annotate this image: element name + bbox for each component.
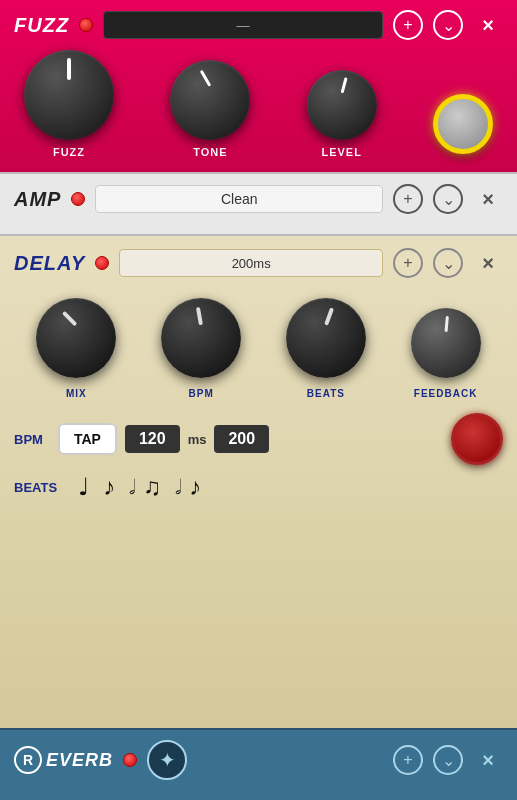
fuzz-led[interactable]: [79, 18, 93, 32]
level-knob-label: LEVEL: [321, 146, 361, 158]
delay-mix-knob[interactable]: [36, 298, 116, 378]
delay-bpm-knob[interactable]: [161, 298, 241, 378]
delay-beats-label: BEATS: [307, 388, 345, 399]
fuzz-down-button[interactable]: ⌄: [433, 10, 463, 40]
delay-feedback-label: FEEDBACK: [414, 388, 478, 399]
note-icon-2[interactable]: ♪: [103, 473, 115, 501]
fuzz-add-button[interactable]: +: [393, 10, 423, 40]
tone-knob-group: TONE: [170, 60, 250, 158]
fuzz-knob[interactable]: [24, 50, 114, 140]
ms-label: ms: [188, 432, 207, 447]
note-icon-6[interactable]: ♪: [189, 473, 201, 501]
delay-feedback-knob[interactable]: [411, 308, 481, 378]
reverb-r-letter: R: [23, 752, 33, 768]
reverb-section: R EVERB ✦ + ⌄ ×: [0, 728, 517, 800]
delay-add-button[interactable]: +: [393, 248, 423, 278]
bpm-row: BPM TAP 120 ms 200: [14, 413, 503, 465]
delay-feedback-knob-group: FEEDBACK: [411, 308, 481, 399]
delay-mix-label: MIX: [66, 388, 87, 399]
fuzz-close-button[interactable]: ×: [473, 10, 503, 40]
fuzz-preset-bar: —: [103, 11, 383, 39]
reverb-led[interactable]: [123, 753, 137, 767]
delay-beats-knob[interactable]: [286, 298, 366, 378]
amp-preset-value: Clean: [221, 191, 258, 207]
reverb-title: EVERB: [46, 750, 113, 771]
fuzz-power-button[interactable]: [433, 94, 493, 154]
reverb-close-button[interactable]: ×: [473, 745, 503, 775]
fuzz-knob-group: FUZZ: [24, 50, 114, 158]
tone-knob[interactable]: [170, 60, 250, 140]
reverb-compass-preset[interactable]: ✦: [147, 740, 187, 780]
amp-led[interactable]: [71, 192, 85, 206]
reverb-down-button[interactable]: ⌄: [433, 745, 463, 775]
delay-bpm-label: BPM: [189, 388, 214, 399]
fuzz-title: FUZZ: [14, 14, 69, 37]
amp-title: AMP: [14, 188, 61, 211]
delay-section: DELAY 200ms + ⌄ × MIX BPM BEATS FEEDBACK…: [0, 236, 517, 728]
amp-down-button[interactable]: ⌄: [433, 184, 463, 214]
bpm-value-display[interactable]: 120: [125, 425, 180, 453]
amp-section: AMP Clean + ⌄ ×: [0, 172, 517, 236]
amp-close-button[interactable]: ×: [473, 184, 503, 214]
level-knob[interactable]: [307, 70, 377, 140]
level-knob-group: LEVEL: [307, 70, 377, 158]
amp-preset-bar[interactable]: Clean: [95, 185, 383, 213]
delay-preset-value: 200ms: [232, 256, 271, 271]
reverb-r-circle: R: [14, 746, 42, 774]
note-icon-4[interactable]: ♫: [143, 473, 161, 501]
delay-led[interactable]: [95, 256, 109, 270]
delay-power-button[interactable]: [451, 413, 503, 465]
fuzz-power-wrap: [433, 94, 493, 154]
fuzz-knob-label: FUZZ: [53, 146, 85, 158]
delay-power-wrap: [451, 413, 503, 465]
delay-knobs-row: MIX BPM BEATS FEEDBACK: [14, 288, 503, 405]
delay-down-button[interactable]: ⌄: [433, 248, 463, 278]
note-icon-1[interactable]: ♩: [78, 473, 89, 501]
beats-row-label: BEATS: [14, 480, 64, 495]
delay-bpm-knob-group: BPM: [161, 298, 241, 399]
tone-knob-label: TONE: [193, 146, 227, 158]
reverb-add-button[interactable]: +: [393, 745, 423, 775]
delay-title: DELAY: [14, 252, 85, 275]
delay-mix-knob-group: MIX: [36, 298, 116, 399]
tap-button[interactable]: TAP: [58, 423, 117, 455]
fuzz-preset-dash: —: [237, 18, 250, 33]
beats-row: BEATS ♩ ♪ 𝅗𝅥 ♫ 𝅗𝅥 ♪: [14, 473, 503, 501]
delay-close-button[interactable]: ×: [473, 248, 503, 278]
delay-preset-bar[interactable]: 200ms: [119, 249, 383, 277]
amp-add-button[interactable]: +: [393, 184, 423, 214]
ms-value-display[interactable]: 200: [214, 425, 269, 453]
fuzz-section: FUZZ — + ⌄ × FUZZ TONE LEVEL: [0, 0, 517, 172]
reverb-title-wrapper: R EVERB: [14, 746, 113, 774]
bpm-row-label: BPM: [14, 432, 50, 447]
delay-beats-knob-group: BEATS: [286, 298, 366, 399]
compass-icon: ✦: [159, 748, 176, 772]
